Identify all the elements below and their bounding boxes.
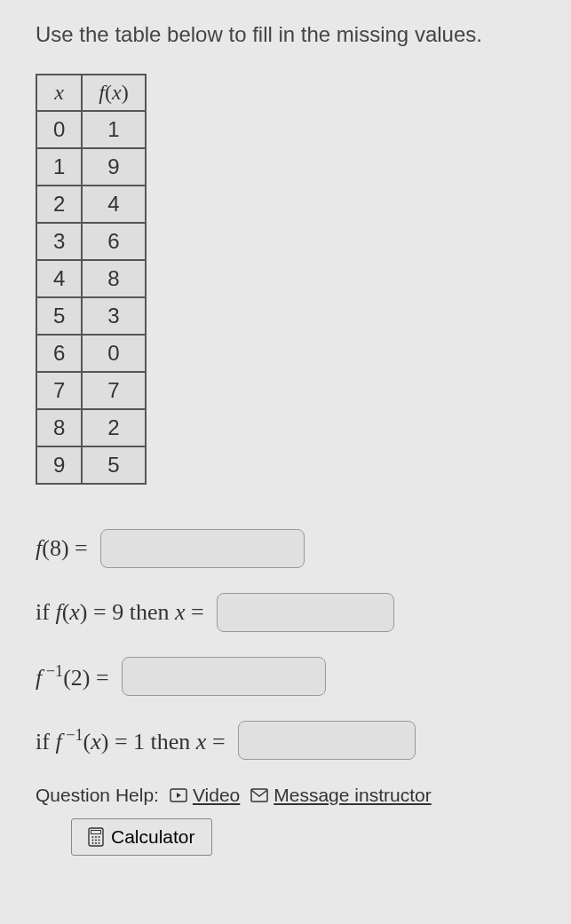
question-2: if f(x) = 9 then x = (36, 593, 535, 632)
q4-input[interactable] (238, 721, 416, 760)
cell-x: 9 (36, 446, 82, 484)
table-row: 01 (36, 111, 146, 148)
svg-point-7 (92, 840, 94, 841)
cell-x: 8 (36, 409, 82, 446)
cell-x: 1 (36, 148, 82, 186)
svg-point-10 (92, 842, 94, 844)
help-row: Question Help: Video Message instructor (36, 785, 535, 806)
table-body: 01 19 24 36 48 53 60 77 82 95 (36, 111, 146, 484)
question-3: f −1(2) = (36, 657, 535, 696)
cell-fx: 2 (82, 409, 145, 446)
cell-fx: 8 (82, 260, 145, 297)
cell-x: 6 (36, 335, 82, 372)
cell-x: 5 (36, 297, 82, 335)
table-row: 24 (36, 186, 146, 223)
cell-x: 3 (36, 223, 82, 260)
cell-fx: 4 (82, 186, 145, 223)
svg-point-8 (95, 840, 97, 841)
q1-label: f(8) = (36, 535, 88, 562)
cell-fx: 5 (82, 446, 145, 484)
video-icon (170, 788, 187, 802)
table-header-fx: f(x) (82, 75, 145, 111)
calculator-text: Calculator (111, 826, 195, 848)
cell-fx: 0 (82, 335, 145, 372)
svg-rect-3 (91, 831, 101, 834)
table-row: 95 (36, 446, 146, 484)
table-row: 82 (36, 409, 146, 446)
q1-input[interactable] (100, 529, 305, 568)
cell-x: 0 (36, 111, 82, 148)
cell-x: 7 (36, 372, 82, 409)
svg-point-9 (99, 840, 100, 841)
cell-fx: 7 (82, 372, 145, 409)
svg-point-5 (95, 836, 97, 838)
svg-point-11 (95, 842, 97, 844)
video-text: Video (193, 785, 240, 806)
message-text: Message instructor (274, 785, 431, 806)
table-row: 77 (36, 372, 146, 409)
svg-point-12 (99, 842, 100, 844)
cell-x: 2 (36, 186, 82, 223)
cell-fx: 6 (82, 223, 145, 260)
cell-fx: 3 (82, 297, 145, 335)
table-row: 36 (36, 223, 146, 260)
help-label: Question Help: (36, 785, 159, 806)
table-row: 48 (36, 260, 146, 297)
svg-rect-1 (251, 789, 267, 802)
q3-label: f −1(2) = (36, 662, 109, 691)
video-link[interactable]: Video (170, 785, 240, 806)
question-1: f(8) = (36, 529, 535, 568)
table-row: 19 (36, 148, 146, 186)
function-table: x f(x) 01 19 24 36 48 53 60 77 82 95 (36, 74, 147, 485)
message-link[interactable]: Message instructor (250, 785, 431, 806)
svg-point-6 (99, 836, 100, 838)
cell-fx: 1 (82, 111, 145, 148)
mail-icon (250, 788, 268, 802)
svg-point-4 (92, 836, 94, 838)
table-row: 53 (36, 297, 146, 335)
table-row: 60 (36, 335, 146, 372)
instructions-text: Use the table below to fill in the missi… (36, 22, 535, 47)
question-4: if f −1(x) = 1 then x = (36, 721, 535, 760)
q3-input[interactable] (122, 657, 326, 696)
q4-label: if f −1(x) = 1 then x = (36, 726, 226, 755)
calculator-button[interactable]: Calculator (71, 818, 212, 856)
cell-x: 4 (36, 260, 82, 297)
table-header-x: x (36, 75, 82, 111)
cell-fx: 9 (82, 148, 145, 186)
q2-label: if f(x) = 9 then x = (36, 599, 204, 626)
q2-input[interactable] (217, 593, 394, 632)
calculator-icon (88, 827, 104, 847)
